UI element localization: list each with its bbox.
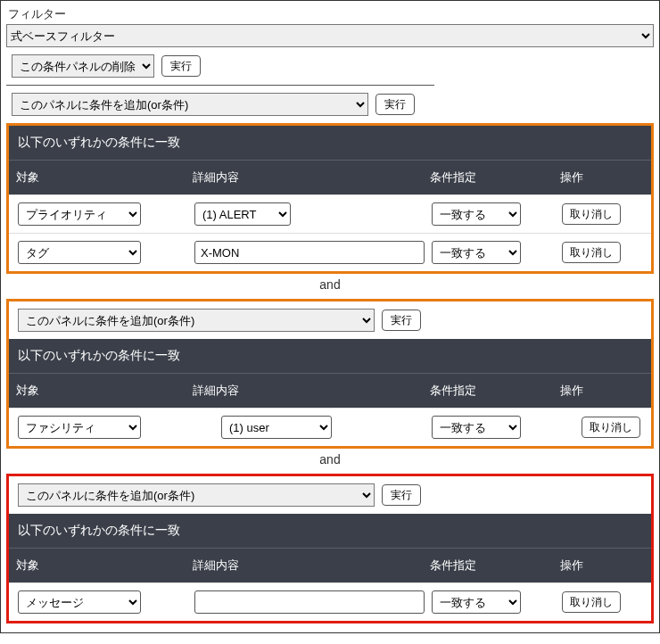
detail-input[interactable]	[194, 241, 425, 264]
detail-select[interactable]: (1) user	[221, 416, 332, 439]
add-or-top-row: このパネルに条件を追加(or条件) 実行	[6, 93, 654, 116]
add-or-panel3-exec-button[interactable]: 実行	[382, 484, 421, 506]
panel-2-column-header: 対象 詳細内容 条件指定 操作	[9, 373, 651, 408]
col-header-op: 操作	[553, 374, 651, 408]
cancel-button[interactable]: 取り消し	[562, 203, 621, 225]
filter-type-select[interactable]: 式ベースフィルター	[6, 24, 654, 47]
and-separator-2: and	[6, 449, 654, 466]
target-select[interactable]: タグ	[18, 241, 141, 264]
delete-panel-row: この条件パネルの削除 実行	[6, 54, 434, 86]
add-or-panel2-exec-button[interactable]: 実行	[382, 310, 421, 331]
spec-select[interactable]: 一致する	[432, 202, 521, 226]
table-row: メッセージ 一致する 取り消し	[9, 582, 651, 621]
col-header-detail: 詳細内容	[186, 549, 423, 582]
table-row: プライオリティ (1) ALERT 一致する 取り消し	[9, 194, 651, 233]
col-header-op: 操作	[553, 161, 651, 194]
delete-panel-exec-button[interactable]: 実行	[161, 55, 201, 77]
col-header-spec: 条件指定	[423, 161, 553, 194]
panel-1-column-header: 対象 詳細内容 条件指定 操作	[9, 160, 651, 194]
detail-input[interactable]	[194, 590, 425, 614]
condition-panel-3: このパネルに条件を追加(or条件) 実行 以下のいずれかの条件に一致 対象 詳細…	[6, 474, 654, 623]
col-header-detail: 詳細内容	[186, 161, 423, 194]
panel-3-match-header: 以下のいずれかの条件に一致	[9, 514, 651, 548]
cancel-button[interactable]: 取り消し	[582, 417, 640, 438]
col-header-spec: 条件指定	[423, 374, 553, 408]
and-separator-1: and	[6, 274, 654, 292]
delete-panel-select[interactable]: この条件パネルの削除	[12, 54, 154, 78]
target-select[interactable]: メッセージ	[18, 590, 141, 614]
col-header-target: 対象	[9, 161, 186, 194]
add-or-panel3-select[interactable]: このパネルに条件を追加(or条件)	[18, 483, 375, 507]
spec-select[interactable]: 一致する	[432, 590, 521, 614]
filter-frame: フィルター 式ベースフィルター この条件パネルの削除 実行 このパネルに条件を追…	[0, 0, 660, 633]
condition-panel-1: 以下のいずれかの条件に一致 対象 詳細内容 条件指定 操作 プライオリティ (1…	[6, 123, 654, 274]
panel-3-column-header: 対象 詳細内容 条件指定 操作	[9, 548, 651, 582]
target-select[interactable]: プライオリティ	[18, 202, 141, 226]
panel-2-match-header: 以下のいずれかの条件に一致	[9, 339, 651, 373]
panel-1-match-header: 以下のいずれかの条件に一致	[9, 126, 651, 160]
col-header-spec: 条件指定	[423, 549, 553, 582]
filter-label: フィルター	[8, 6, 654, 22]
table-row: ファシリティ (1) user 一致する 取り消し	[9, 408, 651, 446]
spec-select[interactable]: 一致する	[432, 416, 521, 439]
col-header-op: 操作	[553, 549, 651, 582]
table-row: タグ 一致する 取り消し	[9, 233, 651, 271]
target-select[interactable]: ファシリティ	[18, 416, 141, 439]
detail-select[interactable]: (1) ALERT	[194, 202, 291, 226]
add-or-panel2-select[interactable]: このパネルに条件を追加(or条件)	[18, 309, 375, 332]
col-header-target: 対象	[9, 549, 186, 582]
cancel-button[interactable]: 取り消し	[562, 591, 621, 613]
add-or-top-exec-button[interactable]: 実行	[375, 94, 415, 115]
cancel-button[interactable]: 取り消し	[562, 242, 621, 263]
col-header-detail: 詳細内容	[186, 374, 423, 408]
spec-select[interactable]: 一致する	[432, 241, 521, 264]
col-header-target: 対象	[9, 374, 186, 408]
add-or-top-select[interactable]: このパネルに条件を追加(or条件)	[12, 93, 368, 116]
condition-panel-2: このパネルに条件を追加(or条件) 実行 以下のいずれかの条件に一致 対象 詳細…	[6, 299, 654, 449]
